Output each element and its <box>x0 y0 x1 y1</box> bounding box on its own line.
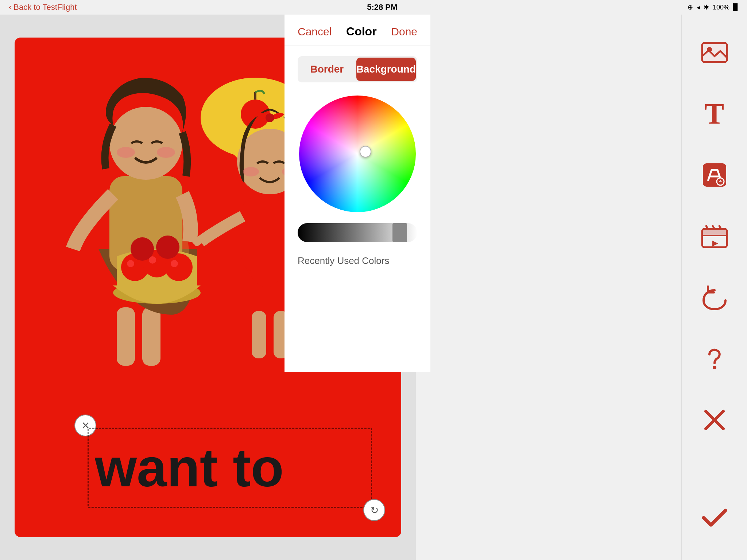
right-toolbar: T <box>681 15 747 560</box>
color-wheel-selector[interactable] <box>360 146 371 158</box>
status-icons: ⊕ ◂ ✱ 100% ▉ <box>688 3 738 11</box>
undo-button[interactable] <box>685 268 744 327</box>
close-button[interactable] <box>685 391 744 449</box>
svg-point-40 <box>713 366 716 369</box>
color-wheel-container[interactable] <box>285 96 430 212</box>
color-panel: Cancel Color Done Border Background <box>285 15 430 372</box>
svg-rect-35 <box>702 229 727 236</box>
text-box-area[interactable]: ✕ want to ↻ <box>88 428 372 508</box>
video-tool-button[interactable] <box>685 207 744 265</box>
color-wheel[interactable] <box>299 96 416 212</box>
confirm-button[interactable] <box>685 487 744 545</box>
gallery-icon <box>700 38 729 67</box>
rotate-text-button[interactable]: ↻ <box>363 499 385 521</box>
border-background-toggle: Border Background <box>298 56 417 82</box>
help-icon <box>700 344 729 373</box>
panel-title: Color <box>346 25 377 38</box>
undo-icon <box>700 283 729 312</box>
location-icon: ⊕ <box>688 3 693 11</box>
svg-rect-5 <box>142 307 160 366</box>
text-icon: T <box>705 97 724 131</box>
border-tab[interactable]: Border <box>299 58 355 81</box>
wifi-icon: ◂ <box>697 3 700 11</box>
video-icon <box>700 222 729 251</box>
svg-rect-4 <box>117 307 135 366</box>
recently-used-label: Recently Used Colors <box>298 255 417 267</box>
battery-label: 100% <box>713 4 729 11</box>
svg-point-8 <box>117 147 135 158</box>
svg-rect-19 <box>252 311 266 358</box>
draw-tool-button[interactable] <box>685 146 744 204</box>
gallery-tool-button[interactable] <box>685 23 744 82</box>
done-button[interactable]: Done <box>391 26 417 38</box>
brightness-thumb[interactable] <box>392 223 407 242</box>
svg-point-17 <box>149 256 156 264</box>
back-button[interactable]: ‹ Back to TestFlight <box>9 3 77 12</box>
svg-point-15 <box>156 236 179 259</box>
svg-point-18 <box>171 260 178 267</box>
chevron-left-icon: ‹ <box>9 3 11 12</box>
close-icon <box>700 405 729 435</box>
cancel-button[interactable]: Cancel <box>298 26 332 38</box>
background-tab[interactable]: Background <box>356 58 416 81</box>
back-label[interactable]: Back to TestFlight <box>13 3 77 12</box>
help-button[interactable] <box>685 330 744 388</box>
bluetooth-icon: ✱ <box>704 3 709 11</box>
svg-point-24 <box>243 167 259 176</box>
checkmark-icon <box>700 502 729 531</box>
text-content[interactable]: want to <box>91 431 368 504</box>
svg-point-16 <box>127 260 134 267</box>
brightness-slider[interactable] <box>298 223 417 242</box>
svg-point-7 <box>109 107 182 180</box>
battery-icon: ▉ <box>733 3 738 11</box>
text-tool-button[interactable]: T <box>685 85 744 143</box>
status-time: 5:28 PM <box>367 3 397 12</box>
svg-point-23 <box>266 113 274 122</box>
svg-point-9 <box>157 147 175 158</box>
draw-icon <box>700 160 729 190</box>
status-bar: ‹ Back to TestFlight 5:28 PM ⊕ ◂ ✱ 100% … <box>0 0 747 15</box>
color-panel-header: Cancel Color Done <box>285 15 430 46</box>
